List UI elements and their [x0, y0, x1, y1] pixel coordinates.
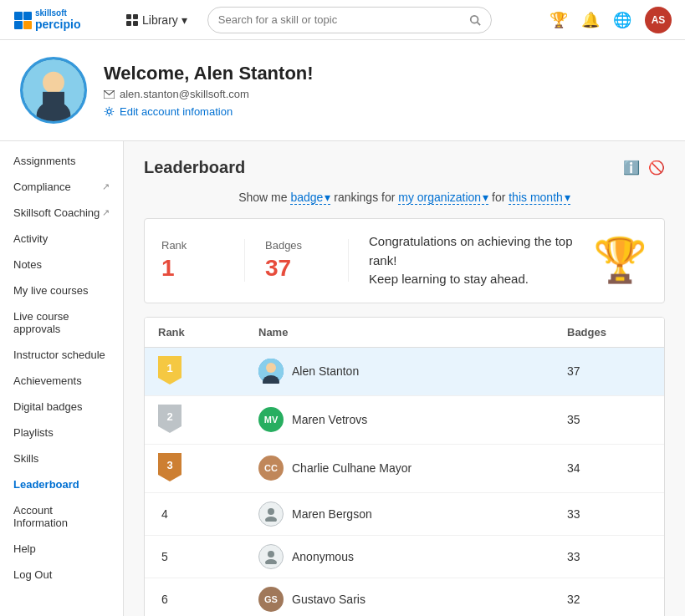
- hide-icon[interactable]: 🚫: [648, 160, 665, 176]
- sidebar-item-instructor-schedule[interactable]: Instructor schedule: [0, 342, 123, 368]
- table-row: 1 Alen Stanton 37: [145, 348, 664, 396]
- svg-rect-2: [14, 21, 23, 29]
- badge-filter-dropdown[interactable]: badge ▾: [290, 191, 330, 205]
- table-row: 2 MV Maren Vetrovs 35: [145, 396, 664, 445]
- sidebar: Assignments Compliance ↗ Skillsoft Coach…: [0, 141, 124, 616]
- sidebar-item-notes[interactable]: Notes: [0, 252, 123, 277]
- sidebar-item-skillsoft-coaching[interactable]: Skillsoft Coaching ↗: [0, 200, 123, 226]
- logo-text: skillsoft percipio: [35, 8, 80, 31]
- user-name-3: Charlie Culhane Mayor: [292, 461, 412, 475]
- sidebar-item-live-course-approvals[interactable]: Live course approvals: [0, 303, 123, 342]
- sidebar-item-account-information[interactable]: Account Information: [0, 497, 123, 536]
- avatar-image: [258, 359, 284, 384]
- table-header: Rank Name Badges: [145, 318, 664, 348]
- badges-count-5: 33: [567, 550, 651, 563]
- sidebar-item-compliance[interactable]: Compliance ↗: [0, 174, 123, 200]
- avatar-image: [23, 57, 84, 124]
- profile-greeting: Welcome, Alen Stanton!: [104, 63, 314, 84]
- svg-point-27: [268, 551, 274, 557]
- svg-point-11: [43, 72, 64, 94]
- svg-line-9: [477, 22, 480, 25]
- sidebar-item-activity[interactable]: Activity: [0, 226, 123, 252]
- user-name-1: Alen Stanton: [292, 364, 359, 378]
- email-text: alen.stanton@skillsoft.com: [120, 88, 249, 100]
- user-avatar-1: [258, 359, 284, 384]
- congrats-message: Congratulations on achieving the top ran…: [369, 232, 573, 289]
- sidebar-item-playlists[interactable]: Playlists: [0, 420, 123, 445]
- sidebar-item-skills[interactable]: Skills: [0, 445, 123, 471]
- badges-count-2: 35: [567, 413, 651, 426]
- badges-count-3: 34: [567, 461, 651, 475]
- svg-rect-4: [126, 14, 131, 19]
- time-filter-dropdown[interactable]: this month ▾: [509, 191, 570, 205]
- external-icon: ↗: [102, 207, 110, 218]
- user-avatar-4: [258, 501, 284, 527]
- grid-icon: [125, 13, 139, 27]
- trophy-icon[interactable]: 🏆: [550, 11, 568, 29]
- user-name-cell: Anonymous: [258, 544, 567, 569]
- sidebar-label-activity: Activity: [13, 232, 48, 245]
- sidebar-item-assignments[interactable]: Assignments: [0, 148, 123, 174]
- rank-5: 5: [158, 550, 258, 563]
- filter-mid: rankings for: [334, 191, 395, 204]
- badge-filter-label: badge: [290, 191, 323, 204]
- library-label: Library: [142, 13, 178, 27]
- trophy-graphic: 🏆: [593, 235, 647, 286]
- filter-prefix: Show me: [238, 191, 287, 204]
- search-input[interactable]: [218, 13, 469, 26]
- info-icon[interactable]: ℹ️: [623, 160, 640, 176]
- badges-count-6: 32: [567, 593, 651, 606]
- time-filter-chevron: ▾: [565, 191, 570, 204]
- sidebar-item-leaderboard[interactable]: Leaderboard: [0, 471, 123, 497]
- rank-badge: 3: [158, 453, 258, 484]
- rank-1-badge: 1: [158, 356, 181, 384]
- col-name-header: Name: [258, 326, 567, 339]
- external-icon: ↗: [102, 181, 110, 192]
- time-filter-label: this month: [509, 191, 563, 204]
- sidebar-item-logout[interactable]: Log Out: [0, 562, 123, 588]
- person-icon: [263, 549, 279, 564]
- rank-badge: 1: [158, 356, 258, 387]
- org-filter-dropdown[interactable]: my organization ▾: [398, 191, 488, 205]
- sidebar-label-leaderboard: Leaderboard: [13, 478, 79, 491]
- svg-rect-13: [43, 92, 64, 108]
- table-row: 3 CC Charlie Culhane Mayor 34: [145, 445, 664, 493]
- filter-for: for: [492, 191, 505, 204]
- main-layout: Assignments Compliance ↗ Skillsoft Coach…: [0, 141, 685, 616]
- sidebar-item-my-live-courses[interactable]: My live courses: [0, 277, 123, 303]
- skillsoft-logo-icon: [13, 11, 32, 29]
- sidebar-item-achievements[interactable]: Achievements: [0, 368, 123, 394]
- rank-2-badge: 2: [158, 405, 181, 433]
- svg-text:2: 2: [166, 410, 172, 423]
- profile-banner: Welcome, Alen Stanton! alen.stanton@skil…: [0, 40, 685, 141]
- bell-icon[interactable]: 🔔: [581, 11, 600, 29]
- sidebar-label-coaching: Skillsoft Coaching: [13, 206, 100, 219]
- user-name-4: Maren Bergson: [292, 507, 372, 521]
- globe-icon[interactable]: 🌐: [613, 11, 631, 29]
- user-avatar[interactable]: AS: [645, 7, 672, 33]
- svg-text:1: 1: [166, 362, 172, 374]
- sidebar-label-instructor-schedule: Instructor schedule: [13, 349, 105, 361]
- user-name-cell: Alen Stanton: [258, 359, 567, 384]
- edit-account-link[interactable]: Edit account infomation: [104, 105, 314, 118]
- sidebar-label-logout: Log Out: [13, 568, 52, 581]
- logo: skillsoft percipio: [13, 8, 105, 31]
- svg-rect-0: [14, 12, 23, 20]
- user-name-cell: Maren Bergson: [258, 501, 567, 527]
- filter-bar: Show me badge ▾ rankings for my organiza…: [144, 191, 665, 205]
- rank-badge: 2: [158, 405, 258, 435]
- table-row: 6 GS Gustavo Saris 32: [145, 578, 664, 617]
- sidebar-label-skills: Skills: [13, 452, 38, 465]
- congrats-line2: Keep learning to stay ahead.: [369, 270, 573, 289]
- rank-stat: Rank 1: [161, 239, 245, 282]
- user-name-2: Maren Vetrovs: [292, 413, 367, 426]
- rank-3-badge: 3: [158, 453, 181, 481]
- badges-label: Badges: [265, 239, 302, 252]
- sidebar-item-digital-badges[interactable]: Digital badges: [0, 394, 123, 420]
- svg-point-26: [265, 517, 277, 522]
- library-button[interactable]: Library ▾: [119, 10, 194, 30]
- svg-text:3: 3: [166, 459, 172, 471]
- sidebar-item-help[interactable]: Help: [0, 536, 123, 562]
- sidebar-label-achievements: Achievements: [13, 374, 82, 387]
- user-avatar-5: [258, 544, 284, 569]
